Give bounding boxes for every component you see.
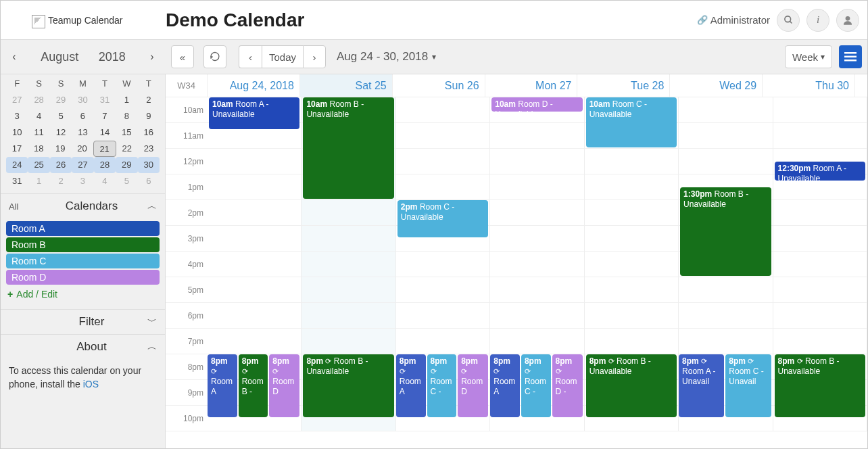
day-column[interactable]: 1:30pm Room B - Unavailable8pm ⟳ Room A … <box>679 97 773 431</box>
prev-month-button[interactable]: ‹ <box>7 47 21 66</box>
calendar-item[interactable]: Room B <box>6 237 160 252</box>
mini-cal-day[interactable]: 29 <box>116 157 137 173</box>
mini-cal-day[interactable]: 9 <box>138 108 160 124</box>
mini-cal-day[interactable]: 5 <box>50 108 72 124</box>
refresh-button[interactable] <box>203 45 226 68</box>
mini-cal-day[interactable]: 12 <box>50 124 72 141</box>
mini-cal-day[interactable]: 24 <box>6 157 28 173</box>
calendar-item[interactable]: Room C <box>6 254 160 268</box>
mini-cal-day[interactable]: 6 <box>72 108 93 124</box>
ios-link[interactable]: iOS <box>83 379 99 389</box>
mini-cal-day[interactable]: 27 <box>6 92 28 108</box>
calendar-event[interactable]: 12:30pm Room A - Unavailable <box>775 162 865 181</box>
calendar-event[interactable]: 8pm ⟳ Room D - <box>552 354 583 417</box>
day-header[interactable]: Sun 26 <box>393 74 485 97</box>
mini-cal-day[interactable]: 1 <box>28 173 49 189</box>
next-month-button[interactable]: › <box>145 47 159 66</box>
mini-cal-day[interactable]: 8 <box>116 108 137 124</box>
calendar-event[interactable]: 8pm ⟳ Room C - Unavail <box>725 354 771 417</box>
day-column[interactable]: 10am Room B - Unavailable8pm ⟳ Room B - … <box>302 97 395 431</box>
today-button[interactable]: Today <box>262 45 303 68</box>
mini-cal-day[interactable]: 19 <box>49 141 71 157</box>
mini-cal-day[interactable]: 4 <box>94 173 116 189</box>
mini-cal-day[interactable]: 28 <box>28 92 49 108</box>
mini-cal-day[interactable]: 1 <box>116 92 137 108</box>
day-column[interactable]: 2pm Room C - Unavailable8pm ⟳ Room A8pm … <box>396 97 490 431</box>
calendar-event[interactable]: 8pm ⟳ Room C - <box>427 354 457 417</box>
day-header[interactable]: Wed 29 <box>670 74 763 97</box>
calendar-item[interactable]: Room D <box>6 270 160 285</box>
jump-back-button[interactable]: « <box>171 45 194 68</box>
add-edit-button[interactable]: + Add / Edit <box>6 286 160 302</box>
calendar-event[interactable]: 8pm ⟳ Room B - <box>239 354 268 417</box>
info-button[interactable]: i <box>806 9 829 32</box>
day-column[interactable]: 10am Room A - Unavailable8pm ⟳ Room A8pm… <box>208 97 302 431</box>
mini-cal-day[interactable]: 13 <box>72 124 93 141</box>
calendar-event[interactable]: 8pm ⟳ Room A <box>396 354 426 417</box>
mini-cal-day[interactable]: 15 <box>116 124 137 141</box>
day-header[interactable]: Tue 28 <box>577 74 670 97</box>
mini-cal-day[interactable]: 20 <box>71 141 93 157</box>
calendar-event[interactable]: 8pm ⟳ Room B - Unavailable <box>775 354 865 417</box>
mini-cal-day[interactable]: 10 <box>6 124 28 141</box>
calendar-event[interactable]: 10am Room D - Unavailable <box>491 97 582 112</box>
mini-cal-day[interactable]: 23 <box>138 141 160 157</box>
day-column[interactable]: 10am Room D - Unavailable8pm ⟳ Room A8pm… <box>490 97 584 431</box>
calendar-event[interactable]: 8pm ⟳ Room A <box>490 354 520 417</box>
search-button[interactable] <box>777 9 800 32</box>
mini-cal-day[interactable]: 22 <box>116 141 138 157</box>
mini-cal-day[interactable]: 17 <box>6 141 28 157</box>
mini-cal-day[interactable]: 2 <box>50 173 72 189</box>
mini-cal-day[interactable]: 31 <box>94 92 116 108</box>
admin-link[interactable]: 🔗 Administrator <box>697 14 770 26</box>
prev-week-button[interactable]: ‹ <box>239 45 262 68</box>
date-range-picker[interactable]: Aug 24 - 30, 2018 ▾ <box>329 50 444 64</box>
filter-header[interactable]: Filter ﹀ <box>1 310 165 334</box>
calendar-event[interactable]: 10am Room A - Unavailable <box>209 97 299 129</box>
mini-cal-day[interactable]: 21 <box>93 141 116 157</box>
about-header[interactable]: About ︿ <box>1 335 165 359</box>
day-header[interactable]: Thu 30 <box>763 74 855 97</box>
calendar-event[interactable]: 8pm ⟳ Room D <box>269 354 299 417</box>
calendar-event[interactable]: 8pm ⟳ Room B - Unavailable <box>586 354 677 417</box>
mini-cal-day[interactable]: 3 <box>6 108 28 124</box>
calendar-event[interactable]: 10am Room C - Unavailable <box>586 97 677 147</box>
calendars-header[interactable]: All Calendars ︿ <box>1 194 165 218</box>
calendar-event[interactable]: 8pm ⟳ Room B - Unavailable <box>303 354 393 417</box>
mini-cal-day[interactable]: 29 <box>50 92 72 108</box>
view-select[interactable]: Week ▾ <box>785 45 832 68</box>
mini-cal-day[interactable]: 14 <box>94 124 116 141</box>
mini-cal-day[interactable]: 27 <box>72 157 93 173</box>
mini-cal-day[interactable]: 26 <box>50 157 72 173</box>
calendar-event[interactable]: 8pm ⟳ Room A <box>208 354 237 417</box>
mini-cal-day[interactable]: 30 <box>72 92 93 108</box>
day-column[interactable]: 12:30pm Room A - Unavailable8pm ⟳ Room B… <box>773 97 867 431</box>
calendar-event[interactable]: 8pm ⟳ Room D <box>458 354 488 417</box>
day-header[interactable]: Aug 24, 2018 <box>208 74 300 97</box>
mini-cal-day[interactable]: 6 <box>138 173 160 189</box>
day-header[interactable]: Sat 25 <box>300 74 393 97</box>
mini-cal-day[interactable]: 16 <box>138 124 160 141</box>
mini-cal-day[interactable]: 18 <box>28 141 49 157</box>
calendar-grid[interactable]: 10am11am12pm1pm2pm3pm4pm5pm6pm7pm8pm9pm1… <box>166 97 867 449</box>
day-column[interactable]: 10am Room C - Unavailable8pm ⟳ Room B - … <box>585 97 679 431</box>
mini-cal-day[interactable]: 28 <box>94 157 116 173</box>
day-header[interactable]: Mon 27 <box>485 74 578 97</box>
calendar-event[interactable]: 10am Room B - Unavailable <box>303 97 393 199</box>
mini-cal-day[interactable]: 2 <box>138 92 160 108</box>
mini-cal-day[interactable]: 30 <box>138 157 160 173</box>
calendar-event[interactable]: 8pm ⟳ Room C - <box>521 354 551 417</box>
calendar-event[interactable]: 2pm Room C - Unavailable <box>397 200 488 237</box>
next-week-button[interactable]: › <box>303 45 326 68</box>
mini-cal-day[interactable]: 11 <box>28 124 49 141</box>
mini-cal-day[interactable]: 3 <box>72 173 93 189</box>
mini-cal-day[interactable]: 5 <box>116 173 137 189</box>
mini-cal-day[interactable]: 7 <box>94 108 116 124</box>
mini-cal-day[interactable]: 31 <box>6 173 28 189</box>
menu-button[interactable] <box>839 45 862 68</box>
mini-cal-day[interactable]: 4 <box>28 108 49 124</box>
calendar-item[interactable]: Room A <box>6 221 160 236</box>
calendar-event[interactable]: 8pm ⟳ Room A - Unavail <box>679 354 724 417</box>
user-button[interactable] <box>836 9 859 32</box>
mini-cal-day[interactable]: 25 <box>28 157 49 173</box>
